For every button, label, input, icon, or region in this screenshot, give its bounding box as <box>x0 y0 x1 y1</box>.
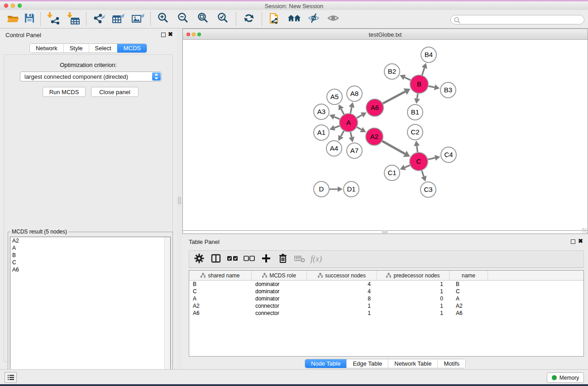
run-mcds-button[interactable]: Run MCDS <box>43 87 86 97</box>
delete-table-button[interactable] <box>291 252 308 267</box>
table-cell[interactable]: 4 <box>307 281 377 288</box>
graph-edge[interactable] <box>382 141 405 154</box>
table-row[interactable]: Bdominator41B <box>189 281 583 288</box>
table-cell[interactable]: dominator <box>252 288 307 295</box>
graph-edge[interactable] <box>417 94 418 99</box>
table-cell[interactable]: 1 <box>307 310 377 317</box>
search-input[interactable] <box>450 15 584 24</box>
result-scrollbar[interactable] <box>164 237 170 384</box>
graph-edge[interactable] <box>350 107 352 114</box>
table-row[interactable]: A2connector11A2 <box>189 302 583 310</box>
tab-style[interactable]: Style <box>63 44 89 52</box>
table-cell[interactable]: 1 <box>377 310 449 317</box>
table-cell[interactable]: C <box>449 288 488 295</box>
column-header-mcds-role[interactable]: MCDS role <box>252 271 307 280</box>
show-graphics-details-button[interactable] <box>323 11 343 27</box>
list-item[interactable]: B <box>10 252 170 259</box>
export-network-button[interactable] <box>89 11 109 27</box>
float-table-panel-icon[interactable] <box>571 239 575 244</box>
optimization-criterion-dropdown[interactable]: largest connected component (directed) <box>20 71 162 81</box>
graph-edge[interactable] <box>429 86 435 87</box>
graph-edge[interactable] <box>428 158 435 160</box>
deselect-all-button[interactable] <box>241 252 258 267</box>
column-header-predecessor-nodes[interactable]: predecessor nodes <box>377 271 449 280</box>
column-header-name[interactable]: name <box>449 271 488 280</box>
graph-edge[interactable] <box>417 146 418 152</box>
network-canvas[interactable]: B4B2BB3A8A5A6A3B1AA1C2A2A4A7C4CC1C3DD1 <box>183 40 588 231</box>
table-cell[interactable]: B <box>449 281 488 288</box>
list-item[interactable]: A <box>10 244 170 252</box>
panel-divider[interactable] <box>177 29 182 369</box>
table-cell[interactable]: dominator <box>252 281 307 288</box>
table-cell[interactable]: 0 <box>377 295 449 302</box>
save-session-button[interactable] <box>21 11 38 27</box>
table-cell[interactable]: B <box>189 281 252 288</box>
tab-node-table[interactable]: Node Table <box>305 359 347 368</box>
houses-button[interactable] <box>284 11 304 27</box>
table-cell[interactable]: A6 <box>189 310 252 317</box>
network-from-selection-button[interactable] <box>265 11 284 27</box>
export-image-button[interactable] <box>128 11 148 27</box>
close-panel-button[interactable]: Close panel <box>91 87 139 97</box>
memory-button[interactable]: Memory <box>547 372 584 383</box>
tab-mcds[interactable]: MCDS <box>117 44 147 52</box>
zoom-selected-button[interactable] <box>213 11 233 27</box>
import-table-button[interactable] <box>63 11 83 27</box>
table-cell[interactable]: A2 <box>449 302 488 310</box>
tab-select[interactable]: Select <box>89 44 117 52</box>
table-cell[interactable]: A <box>449 295 488 302</box>
table-cell[interactable]: A <box>189 295 252 302</box>
network-bottom-grip[interactable] <box>382 230 387 233</box>
show-columns-button[interactable] <box>207 252 224 267</box>
graph-edge[interactable] <box>357 115 362 118</box>
refresh-network-button[interactable] <box>239 11 259 27</box>
tab-edge-table[interactable]: Edge Table <box>346 359 388 368</box>
network-resize-grip[interactable] <box>582 228 587 233</box>
column-header-successor-nodes[interactable]: successor nodes <box>307 271 377 280</box>
table-cell[interactable]: 4 <box>307 288 377 295</box>
list-item[interactable]: A2 <box>10 237 170 244</box>
float-panel-icon[interactable] <box>161 33 166 37</box>
table-cell[interactable]: 1 <box>377 288 449 295</box>
select-all-button[interactable] <box>224 252 241 267</box>
zoom-in-button[interactable] <box>153 11 173 27</box>
graph-edge[interactable] <box>357 127 361 129</box>
table-cell[interactable]: connector <box>252 302 307 310</box>
hide-graphics-details-button[interactable] <box>304 11 323 27</box>
close-panel-icon[interactable]: ✖ <box>168 31 173 37</box>
task-history-button[interactable] <box>5 372 17 383</box>
graph-edge[interactable] <box>405 165 410 167</box>
graph-edge[interactable] <box>383 91 405 103</box>
graph-edge[interactable] <box>405 77 411 80</box>
table-cell[interactable]: dominator <box>252 295 307 302</box>
table-cell[interactable]: 1 <box>307 302 377 310</box>
column-header-shared-name[interactable]: shared name <box>189 271 252 280</box>
graph-edge[interactable] <box>341 131 344 136</box>
graph-edge[interactable] <box>334 117 339 119</box>
open-file-button[interactable] <box>5 11 21 27</box>
table-row[interactable]: Adominator80A <box>189 295 583 302</box>
table-row[interactable]: Cdominator41C <box>189 288 583 295</box>
zoom-out-button[interactable] <box>173 11 193 27</box>
graph-edge[interactable] <box>341 109 344 114</box>
zoom-fit-button[interactable] <box>193 11 213 27</box>
graph-edge[interactable] <box>335 126 340 128</box>
table-settings-button[interactable] <box>191 252 207 267</box>
tab-network[interactable]: Network <box>30 44 63 52</box>
tab-network-table[interactable]: Network Table <box>388 359 437 368</box>
table-cell[interactable]: connector <box>252 310 307 317</box>
network-window-titlebar[interactable]: testGlobe.txt <box>183 29 588 40</box>
list-item[interactable]: C <box>10 259 170 266</box>
table-cell[interactable]: 1 <box>377 281 449 288</box>
graph-edge[interactable] <box>350 132 351 138</box>
add-column-button[interactable] <box>258 252 274 267</box>
import-network-button[interactable] <box>43 11 63 27</box>
table-cell[interactable]: C <box>189 288 252 295</box>
tab-motifs[interactable]: Motifs <box>437 359 465 368</box>
export-table-button[interactable] <box>109 11 128 27</box>
delete-column-button[interactable] <box>274 252 291 267</box>
graph-edge[interactable] <box>422 68 424 75</box>
table-cell[interactable]: 1 <box>377 302 449 310</box>
table-row[interactable]: A6connector11A6 <box>189 310 583 317</box>
close-table-panel-icon[interactable]: ✖ <box>578 238 583 244</box>
